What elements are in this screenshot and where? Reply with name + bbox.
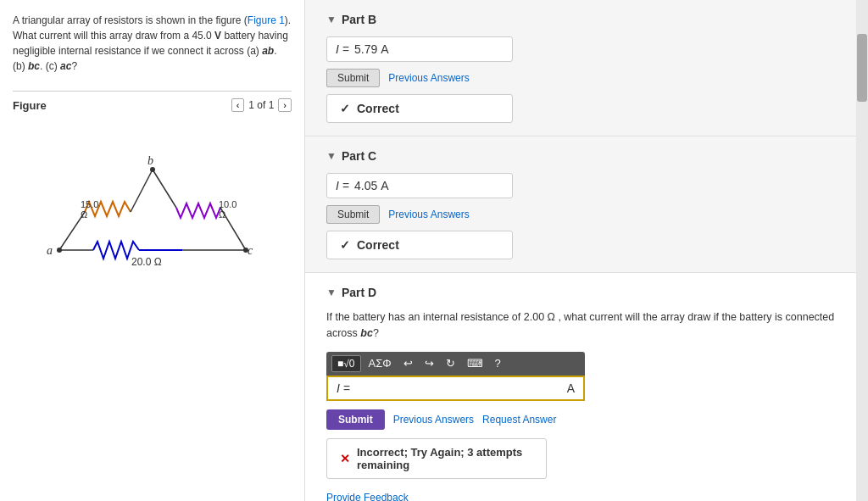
part-d-question: If the battery has an internal resistanc…: [326, 309, 835, 342]
part-b-value: 5.79: [354, 42, 377, 56]
incorrect-label: Incorrect; Try Again; 3 attempts remaini…: [357, 446, 533, 471]
check-icon-b: ✓: [340, 102, 350, 115]
feedback-link[interactable]: Provide Feedback: [326, 492, 835, 502]
check-icon-c: ✓: [340, 238, 350, 252]
part-b-section: ▼ Part B I = 5.79 A Submit Previous Answ…: [305, 0, 856, 136]
figure-link[interactable]: Figure 1: [248, 14, 285, 26]
svg-point-17: [243, 248, 248, 253]
toolbar-redo-btn[interactable]: ↪: [420, 355, 438, 371]
toolbar-refresh-btn[interactable]: ↻: [442, 355, 459, 371]
part-d-prev-answers[interactable]: Previous Answers: [393, 414, 474, 426]
incorrect-box: ✕ Incorrect; Try Again; 3 attempts remai…: [326, 438, 547, 479]
request-answer-link[interactable]: Request Answer: [482, 414, 556, 426]
part-c-eq: I =: [336, 179, 349, 192]
toolbar-math-btn[interactable]: ■√0: [331, 355, 361, 372]
part-c-value: 4.05: [354, 179, 377, 192]
part-b-answer-box: I = 5.79 A: [326, 36, 513, 62]
part-c-toggle[interactable]: ▼: [326, 150, 337, 162]
svg-line-1: [131, 170, 153, 212]
part-c-unit: A: [381, 179, 388, 192]
svg-text:b: b: [147, 154, 153, 167]
part-c-submit-btn[interactable]: Submit: [326, 205, 380, 224]
figure-container: 15.0 Ω 10.0 Ω 2: [13, 119, 292, 288]
part-c-answer-box: I = 4.05 A: [326, 173, 513, 198]
svg-point-15: [57, 248, 62, 253]
problem-text: A triangular array of resistors is shown…: [13, 13, 292, 74]
part-d-toggle[interactable]: ▼: [326, 287, 337, 298]
part-c-label: Part C: [342, 149, 376, 163]
part-b-submit-btn[interactable]: Submit: [326, 69, 380, 87]
part-b-unit: A: [381, 42, 388, 56]
part-d-submit-btn[interactable]: Submit: [326, 409, 385, 430]
part-b-label: Part B: [342, 13, 376, 26]
part-b-correct-label: Correct: [357, 102, 399, 115]
svg-text:15.0: 15.0: [81, 199, 98, 209]
part-d-label: Part D: [342, 286, 376, 299]
svg-text:c: c: [248, 244, 253, 257]
svg-text:Ω: Ω: [81, 209, 87, 220]
circuit-diagram: 15.0 Ω 10.0 Ω 2: [34, 127, 271, 280]
toolbar-help-btn[interactable]: ?: [491, 355, 505, 371]
part-b-eq: I =: [336, 42, 349, 56]
scrollbar-thumb[interactable]: [857, 34, 867, 102]
svg-text:10.0: 10.0: [219, 199, 236, 209]
part-b-prev-answers[interactable]: Previous Answers: [388, 72, 469, 84]
figure-prev-btn[interactable]: ‹: [231, 98, 245, 112]
part-d-eq-label: I =: [337, 381, 350, 395]
part-c-correct-label: Correct: [357, 238, 399, 252]
toolbar-sigma-btn[interactable]: ΑΣΦ: [364, 355, 396, 371]
svg-point-16: [150, 167, 155, 172]
answer-input-row: I = A: [326, 376, 585, 401]
x-icon: ✕: [340, 452, 350, 465]
figure-page: 1 of 1: [248, 99, 274, 111]
part-c-correct-box: ✓ Correct: [326, 231, 513, 259]
part-d-section: ▼ Part D If the battery has an internal …: [305, 273, 856, 501]
toolbar-undo-btn[interactable]: ↩: [399, 355, 417, 371]
part-c-prev-answers[interactable]: Previous Answers: [388, 209, 469, 220]
part-b-correct-box: ✓ Correct: [326, 94, 513, 123]
part-c-section: ▼ Part C I = 4.05 A Submit Previous Answ…: [305, 136, 856, 273]
svg-text:a: a: [47, 244, 53, 257]
toolbar-kbd-btn[interactable]: ⌨: [463, 355, 487, 371]
math-toolbar: ■√0 ΑΣΦ ↩ ↪ ↻ ⌨ ?: [326, 352, 585, 376]
figure-next-btn[interactable]: ›: [278, 98, 292, 112]
svg-text:20.0 Ω: 20.0 Ω: [131, 256, 162, 268]
svg-text:Ω: Ω: [219, 209, 225, 220]
figure-title: Figure: [13, 99, 47, 112]
part-b-toggle[interactable]: ▼: [326, 14, 337, 25]
part-d-answer-input[interactable]: [357, 381, 563, 395]
part-d-btn-row: Submit Previous Answers Request Answer: [326, 409, 835, 430]
part-d-unit: A: [567, 381, 575, 395]
svg-line-4: [153, 170, 176, 208]
